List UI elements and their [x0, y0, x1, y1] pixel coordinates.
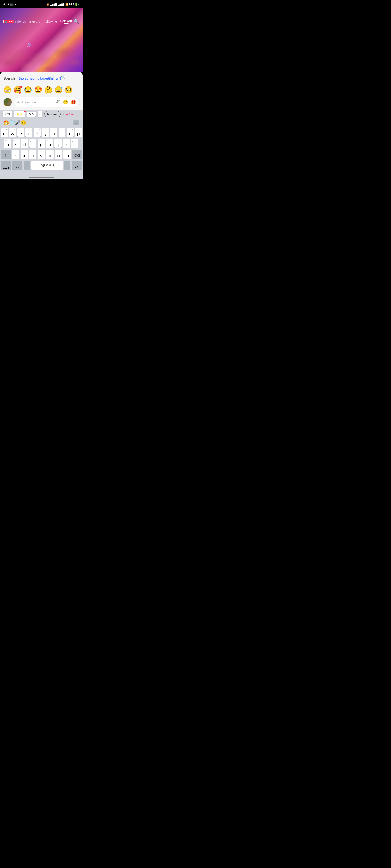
home-bar [29, 177, 54, 178]
key-backspace[interactable]: ⌫ [72, 150, 82, 159]
battery-percentage: 84% [69, 3, 74, 6]
user-avatar [3, 98, 12, 106]
key-s[interactable]: #s [13, 139, 20, 148]
space-label: English (UK) [39, 163, 56, 167]
key-row-2: @a #s £d _f &g -h +j (k )l [0, 138, 83, 149]
shirt-button[interactable]: 👕 [9, 120, 15, 126]
home-indicator [0, 171, 83, 179]
hero-image: 📺 LIVE Friends Explore Following For You… [0, 8, 83, 72]
key-o[interactable]: 9o [67, 128, 73, 137]
status-time-area: 8:43 📷 [3, 3, 16, 6]
key-emoji[interactable]: ☺ [12, 161, 23, 170]
collapse-keyboard-button[interactable]: ⌄ [73, 120, 79, 125]
camera-icon: 📷 [10, 3, 13, 6]
random-label-3: om [69, 113, 73, 116]
sticker-button[interactable]: ⭐✨ [14, 111, 25, 117]
key-t[interactable]: 5t [34, 128, 41, 137]
emoji-sweat[interactable]: 😅 [54, 86, 63, 94]
comment-actions: @ 🙂 🎁 [56, 100, 76, 105]
search-text: Search: the sunset is beautiful isn't🔍 [3, 75, 79, 81]
key-return[interactable]: ↵ [72, 161, 82, 170]
normal-label: Normal [47, 113, 57, 116]
collapse-icon: ⌄ [75, 121, 78, 125]
key-x[interactable]: x [21, 150, 28, 159]
art-label: ART [5, 113, 10, 116]
emoji-row: 😁 🥰 😂 🤩 🤔 😅 🥺 [0, 83, 83, 96]
search-label: Search: [3, 76, 16, 81]
key-m[interactable]: m [63, 150, 71, 159]
key-l[interactable]: )l [71, 139, 79, 148]
at-icon[interactable]: @ [56, 100, 60, 104]
tab-friends[interactable]: Friends [15, 20, 26, 23]
battery-area: 84% 🔋 [69, 3, 79, 6]
key-w[interactable]: 2w [9, 128, 16, 137]
gift-icon[interactable]: 🎁 [71, 100, 76, 105]
notification-dot [24, 111, 26, 112]
key-f[interactable]: _f [29, 139, 37, 148]
key-h[interactable]: -h [46, 139, 54, 148]
emoji-face-button[interactable]: 🤩 [3, 120, 9, 126]
dot-indicator [15, 4, 16, 5]
key-space[interactable]: English (UK) [31, 161, 63, 170]
key-u[interactable]: 7u [50, 128, 57, 137]
emoji-icon[interactable]: 🙂 [63, 100, 68, 105]
key-period[interactable]: . [64, 161, 70, 170]
key-c[interactable]: c [29, 150, 36, 159]
key-comma[interactable]: , [24, 161, 30, 170]
key-b[interactable]: b [46, 150, 54, 159]
nav-tabs: Friends Explore Following For You [15, 19, 72, 24]
art-button[interactable]: ART [3, 111, 12, 117]
search-query[interactable]: the sunset is beautiful isn't [19, 76, 61, 81]
tab-foryou[interactable]: For You [60, 19, 72, 23]
key-e[interactable]: 3e [18, 128, 24, 137]
avatar-image [4, 98, 12, 106]
comment-placeholder: Add comment... [17, 100, 55, 104]
dropdown-icon: ▾ [39, 113, 41, 116]
sticker-icon: ⭐✨ [16, 113, 23, 116]
mic-button[interactable]: 🎤 [15, 120, 21, 126]
key-q[interactable]: 1q [1, 128, 8, 137]
tab-explore[interactable]: Explore [29, 20, 40, 23]
battery-dot [78, 4, 79, 5]
emoji-grin[interactable]: 😁 [3, 86, 12, 94]
sticker-face-button[interactable]: 🙂 [21, 120, 26, 126]
key-shift[interactable]: ⇧ [1, 150, 10, 159]
status-time: 8:43 [3, 3, 9, 6]
random-label: Ra [62, 113, 66, 116]
key-n[interactable]: n [55, 150, 62, 159]
search-panel: Search: the sunset is beautiful isn't🔍 [0, 72, 83, 83]
signal-bars-2: ▂▄▆█ [58, 3, 64, 6]
active-tab-indicator [64, 23, 69, 24]
key-y[interactable]: 6y [42, 128, 49, 137]
big-button[interactable]: BIG [27, 112, 36, 117]
key-i[interactable]: 8i [59, 128, 65, 137]
mute-icon: 🔕 [47, 3, 50, 6]
key-a[interactable]: @a [4, 139, 11, 148]
key-v[interactable]: v [38, 150, 45, 159]
key-z[interactable]: z [12, 150, 19, 159]
key-r[interactable]: 4r [25, 128, 32, 137]
wifi-icon: 📶 [65, 3, 68, 6]
key-row-1: 1q 2w 3e 4r 5t 6y 7u 8i 9o 0p [0, 127, 83, 138]
dropdown-button[interactable]: ▾ [37, 111, 42, 117]
normal-button[interactable]: Normal [44, 111, 61, 117]
emoji-love[interactable]: 🥰 [13, 86, 22, 94]
emoji-pleading[interactable]: 🥺 [64, 86, 73, 94]
key-j[interactable]: +j [55, 139, 62, 148]
key-d[interactable]: £d [21, 139, 28, 148]
key-k[interactable]: (k [63, 139, 70, 148]
big-label: BIG [29, 113, 34, 116]
tab-following[interactable]: Following [43, 20, 57, 23]
search-button[interactable]: 🔍 [73, 19, 79, 24]
key-p[interactable]: 0p [75, 128, 82, 137]
key-g[interactable]: &g [38, 139, 45, 148]
key-row-4: ?123 ☺ , English (UK) . ↵ [0, 160, 83, 171]
key-numbers[interactable]: ?123 [1, 161, 11, 170]
top-navigation: 📺 LIVE Friends Explore Following For You… [0, 17, 83, 26]
emoji-thinking[interactable]: 🤔 [44, 86, 53, 94]
live-badge[interactable]: 📺 LIVE [3, 20, 14, 23]
emoji-laugh[interactable]: 😂 [24, 86, 32, 94]
random-button[interactable]: Random [62, 113, 73, 116]
emoji-star-eyes[interactable]: 🤩 [34, 86, 42, 94]
comment-input-wrap[interactable]: Add comment... @ 🙂 🎁 [14, 97, 79, 107]
